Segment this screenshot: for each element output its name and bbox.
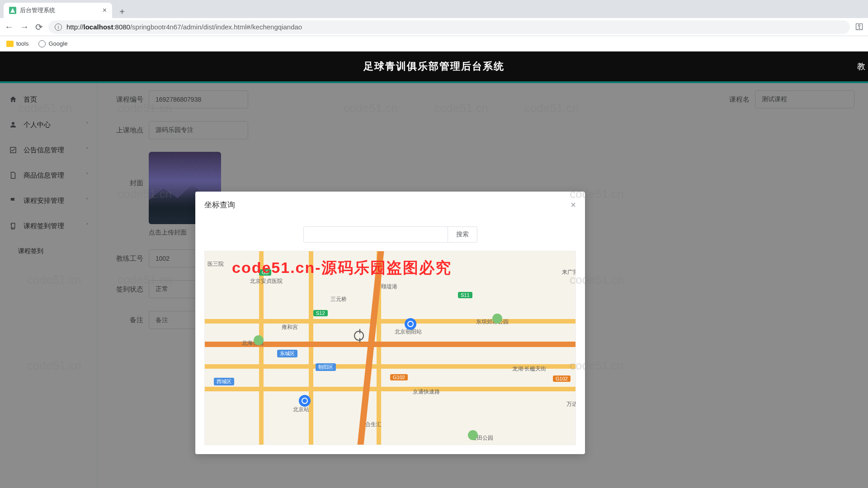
new-tab-button[interactable]: +: [116, 5, 128, 18]
park-icon: [254, 335, 264, 345]
map-watermark: code51.cn-源码乐园盗图必究: [232, 258, 452, 278]
browser-tab[interactable]: 后台管理系统 ×: [4, 3, 112, 18]
map-road-badge: S11: [458, 292, 472, 298]
bookmark-google[interactable]: Google: [38, 40, 67, 47]
map-label: 来广营: [562, 268, 576, 276]
bookmarks-bar: tools Google: [0, 36, 868, 52]
map-label: 万达: [566, 400, 576, 408]
url-field[interactable]: i http://localhost:8080/springbootr4n67/…: [48, 20, 850, 34]
globe-icon: [38, 40, 46, 47]
map-district-badge: 西城区: [214, 378, 234, 385]
tab-bar: 后台管理系统 × +: [0, 0, 868, 18]
reload-icon[interactable]: ⟳: [35, 22, 43, 33]
map-label: 北京安贞医院: [250, 277, 283, 285]
map-label: 雍和宫: [282, 324, 298, 331]
map-search-button[interactable]: 搜索: [448, 226, 477, 243]
subway-station-icon: [405, 318, 416, 330]
park-icon: [492, 314, 502, 324]
folder-icon: [6, 41, 14, 47]
map-district-badge: 朝阳区: [316, 363, 336, 371]
tab-title: 后台管理系统: [20, 6, 99, 14]
vue-favicon-icon: [9, 7, 16, 14]
app-header: 足球青训俱乐部管理后台系统 教: [0, 52, 868, 83]
map-label: 三元桥: [330, 296, 347, 303]
password-key-icon[interactable]: ⚿: [855, 22, 863, 32]
modal-title: 坐标查询: [204, 200, 235, 210]
tab-close-icon[interactable]: ×: [103, 6, 107, 14]
address-bar: ← → ⟳ i http://localhost:8080/springboot…: [0, 18, 868, 36]
map-label: 京通快速路: [413, 388, 440, 396]
map-search-input[interactable]: [303, 226, 448, 243]
map-label: 医三院: [208, 260, 224, 268]
park-icon: [468, 430, 478, 440]
modal-close-icon[interactable]: ×: [571, 200, 576, 210]
url-text: http://localhost:8080/springbootr4n67/ad…: [66, 23, 302, 31]
map-road-badge: S12: [313, 310, 328, 316]
header-right-text: 教: [857, 61, 868, 72]
map-label: 龙湖·长楹天街: [512, 365, 546, 373]
subway-station-icon: [299, 395, 311, 407]
coord-modal: 坐标查询 × 搜索 code51.cn-源码乐园盗图必究: [195, 192, 585, 454]
bookmark-tools[interactable]: tools: [6, 40, 28, 47]
map-cursor-icon: [354, 331, 364, 341]
map-canvas[interactable]: code51.cn-源码乐园盗图必究 东城区 西城区 朝阳区 G6 S12: [204, 251, 576, 445]
site-info-icon[interactable]: i: [55, 23, 62, 31]
map-label: 颐堤港: [381, 283, 397, 291]
forward-icon[interactable]: →: [20, 22, 29, 33]
map-road-badge: G102: [390, 374, 408, 380]
app-title: 足球青训俱乐部管理后台系统: [363, 60, 505, 73]
map-label: 合生汇: [365, 421, 382, 428]
map-road-badge: G102: [553, 375, 571, 382]
back-icon[interactable]: ←: [5, 22, 14, 33]
map-label: 北京站: [293, 406, 309, 413]
map-district-badge: 东城区: [277, 350, 297, 357]
